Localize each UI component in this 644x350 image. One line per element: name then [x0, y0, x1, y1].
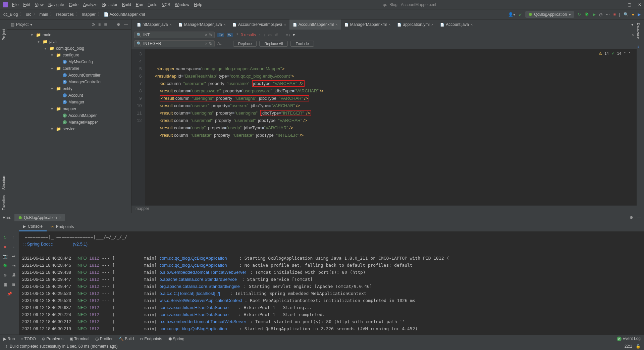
inspections-widget[interactable]: ⚠14 ✔14 ˄˅ [599, 50, 631, 57]
editor-tab[interactable]: 📄Account.java× [437, 19, 476, 30]
editor-tab[interactable]: 📄AccountServiceImpl.java× [229, 19, 289, 30]
maven-stripe-button[interactable]: m [637, 41, 641, 50]
endpoints-tab[interactable]: ⚯ Endpoints [47, 222, 78, 231]
editor-tabs[interactable]: 📄ntMapper.java×📄ManagerMapper.java×📄Acco… [131, 19, 637, 30]
tree-item-configure[interactable]: ▾📁configure [7, 52, 131, 58]
exit-icon[interactable]: ⎋ [1, 271, 9, 279]
rerun-icon[interactable]: ↻ [578, 12, 581, 17]
tool-windows-icon[interactable]: ▢ [3, 344, 7, 349]
gear-icon[interactable]: ⚙ [630, 215, 633, 220]
editor-tab[interactable]: 📄application.yml× [394, 19, 437, 30]
camera-icon[interactable]: 📷 [1, 252, 9, 260]
gear-icon[interactable]: ⚙ [117, 22, 120, 27]
layout-icon[interactable]: 🪲 [1, 262, 9, 270]
tree-item-account[interactable]: CAccount [7, 92, 131, 99]
tree-item-accountcontroller[interactable]: CAccountController [7, 72, 131, 79]
exclude-button[interactable]: Exclude [290, 41, 314, 47]
database-stripe-button[interactable]: Database [637, 19, 641, 41]
menu-analyze[interactable]: Analyze [83, 2, 98, 7]
menu-build[interactable]: Build [122, 2, 131, 7]
code-content[interactable]: ⚠14 ✔14 ˄˅ <mapper namespace="com.qc.qc_… [145, 49, 637, 206]
tree-item-entity[interactable]: ▾📁entity [7, 85, 131, 92]
words-icon[interactable]: W [227, 33, 232, 37]
funnel-icon[interactable]: ▾ [293, 33, 295, 37]
avatar-icon[interactable]: ● [632, 12, 634, 17]
menu-file[interactable]: File [12, 2, 18, 7]
menu-navigate[interactable]: Navigate [48, 2, 64, 7]
search-everywhere-icon[interactable]: 🔍 [624, 12, 629, 17]
tree-item-manager[interactable]: CManager [7, 99, 131, 105]
stop-icon[interactable]: ■ [1, 243, 9, 251]
delete-icon[interactable]: 🗑 [10, 280, 18, 289]
breadcrumb-segment[interactable]: resources [56, 12, 74, 17]
profiler-icon[interactable]: ◷ [599, 12, 602, 17]
menu-edit[interactable]: Edit [23, 2, 30, 7]
tree-item-service[interactable]: ▾📁service [7, 126, 131, 132]
menu-refactor[interactable]: Refactor [102, 2, 117, 7]
tree-item-com-qc-qc_blog[interactable]: ▾📁com.qc.qc_blog [7, 45, 131, 52]
next-occurrence-icon[interactable]: ↓ [263, 33, 265, 37]
terminal-status-button[interactable]: ▣ Terminal [69, 337, 89, 341]
project-tree[interactable]: ▾📁main▾📁java▾📁com.qc.qc_blog▾📁configureC… [7, 30, 131, 134]
select-all-icon[interactable]: ▭ [268, 33, 272, 37]
close-search-icon[interactable]: × [632, 33, 634, 37]
stop-icon[interactable]: ■ [613, 12, 615, 17]
event-log-button[interactable]: 2 Event Log [617, 336, 641, 341]
replace-input[interactable]: 🔍 INTEGER × ↻ [134, 40, 215, 47]
run-tab[interactable]: ⬢ QcBlogApplication × [14, 214, 65, 221]
breadcrumb-segment[interactable]: main [39, 12, 48, 17]
tree-item-main[interactable]: ▾📁main [7, 32, 131, 38]
tool-window-icon[interactable]: ▶ [638, 12, 641, 17]
trash-icon[interactable]: ▦ [1, 280, 9, 289]
find-input[interactable]: 🔍 INT × ↻ [134, 32, 215, 38]
close-icon[interactable]: × [388, 23, 390, 27]
attach-icon[interactable]: ⋯ [606, 12, 610, 17]
tree-item-mymvcconfig[interactable]: CMyMvcConfig [7, 58, 131, 65]
tree-item-accountmapper[interactable]: IAccountMapper [7, 112, 131, 119]
menu-vcs[interactable]: VCS [162, 2, 170, 7]
close-icon[interactable]: ✕ [638, 2, 641, 7]
up-icon[interactable]: ↑ [10, 233, 18, 242]
editor-tab[interactable]: 📄ManagerMapper.java× [175, 19, 229, 30]
favorites-stripe-button[interactable]: Favorites [2, 192, 6, 213]
tabs-dropdown-icon[interactable]: ▾ [628, 22, 637, 27]
replace-button[interactable]: Replace [233, 41, 257, 47]
structure-stripe-button[interactable]: Structure [2, 172, 6, 192]
breadcrumb-segment[interactable]: mapper [82, 12, 96, 17]
caret-position[interactable]: 22:1 [625, 344, 632, 349]
tree-item-mapper[interactable]: ▾📁mapper [7, 105, 131, 112]
collapse-all-icon[interactable]: ≣ [104, 22, 107, 27]
history-icon[interactable]: ↻ [209, 33, 212, 37]
close-icon[interactable]: × [59, 215, 61, 220]
maximize-icon[interactable]: ▢ [628, 2, 631, 7]
print-icon[interactable]: 🖶 [10, 271, 18, 279]
clear-icon[interactable]: × [205, 41, 207, 46]
pin-icon[interactable]: 📌 [5, 290, 13, 298]
console-tab[interactable]: ▶ Console [19, 222, 47, 231]
console-output[interactable]: =========|_|==============|___/=/_/_/_/ … [19, 231, 644, 335]
history-icon[interactable]: ↻ [209, 41, 212, 46]
todo-status-button[interactable]: ≡ TODO [21, 337, 36, 341]
problems-status-button[interactable]: ⊘ Problems [42, 337, 63, 341]
breadcrumb-segment[interactable]: src [26, 12, 31, 17]
hide-icon[interactable]: — [637, 215, 641, 220]
code-editor[interactable]: 3456789101112 ⚠14 ✔14 ˄˅ <mapper namespa… [131, 49, 637, 206]
filter-icon[interactable]: ≡↓ [286, 33, 290, 37]
close-icon[interactable]: × [284, 23, 286, 27]
close-icon[interactable]: × [431, 23, 433, 27]
build-status-button[interactable]: 🔨 Build [119, 337, 134, 341]
menu-help[interactable]: Help [194, 2, 202, 7]
select-opened-icon[interactable]: ⊙ [92, 22, 95, 27]
menu-view[interactable]: View [35, 2, 44, 7]
rerun-icon[interactable]: ↻ [1, 233, 9, 242]
prev-occurrence-icon[interactable]: ↑ [259, 33, 261, 37]
endpoints-status-button[interactable]: ⚯ Endpoints [140, 337, 162, 341]
project-stripe-button[interactable]: Project [2, 26, 6, 43]
run-config-selector[interactable]: ⬢ QcBlogApplication ▾ [525, 11, 574, 18]
preserve-case-icon[interactable]: Aₐ [217, 41, 222, 46]
tree-item-java[interactable]: ▾📁java [7, 38, 131, 45]
regex-icon[interactable]: .* [235, 33, 238, 37]
run-status-button[interactable]: ▶ Run [3, 337, 15, 341]
breadcrumb-segment[interactable]: qc_Blog [3, 12, 18, 17]
build-icon[interactable]: ↙ [519, 12, 522, 17]
